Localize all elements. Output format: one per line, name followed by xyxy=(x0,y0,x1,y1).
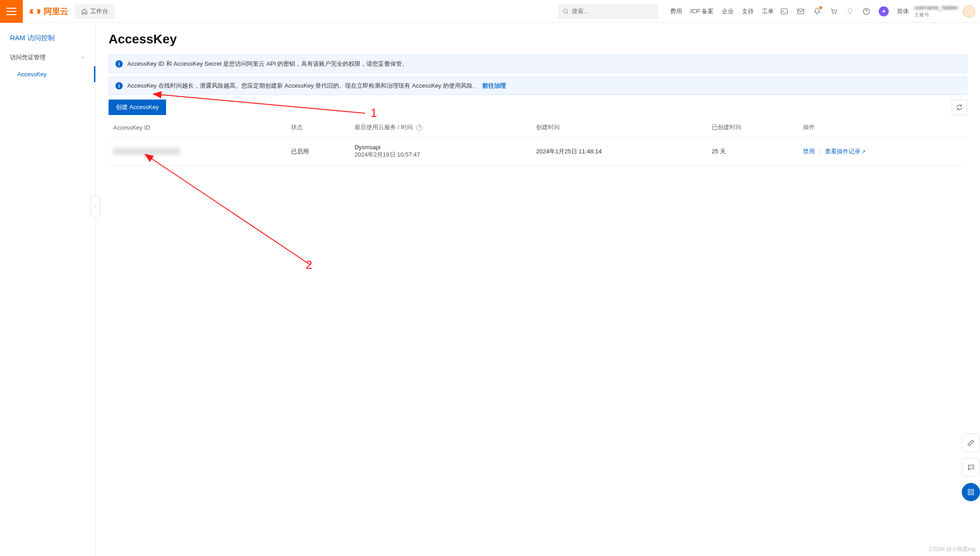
link-ticket[interactable]: 工单 xyxy=(762,7,774,16)
accesskey-id-masked: LTAIxxxxxxxxxxxqxxxxxN xyxy=(113,148,180,155)
account-name: username_hidden xyxy=(914,5,958,11)
link-support[interactable]: 支持 xyxy=(742,7,754,16)
cell-age: 25 天 xyxy=(707,137,798,166)
col-status: 状态 xyxy=(287,118,350,137)
pencil-icon xyxy=(967,439,975,447)
search-box[interactable] xyxy=(558,4,658,19)
topbar: 阿里云 工作台 费用 ICP 备案 企业 支持 工单 ✦ 简体 username… xyxy=(0,0,980,23)
op-disable[interactable]: 禁用 xyxy=(803,148,815,155)
sidebar-title[interactable]: RAM 访问控制 xyxy=(0,29,95,49)
table-row: LTAIxxxxxxxxxxxqxxxxxN 已启用 Dysmsapi 2024… xyxy=(109,137,967,166)
info-icon: i xyxy=(115,82,123,89)
op-view-log-label: 查看操作记录 xyxy=(825,148,860,155)
col-last-label: 最后使用云服务 / 时间 xyxy=(354,124,413,131)
top-links: 费用 ICP 备案 企业 支持 工单 xyxy=(670,7,774,16)
message-icon[interactable] xyxy=(797,7,805,16)
top-icon-tray: ✦ 简体 xyxy=(780,6,909,16)
annotation-arrow-2 xyxy=(141,151,324,269)
float-actions xyxy=(962,434,980,501)
avatar[interactable] xyxy=(963,5,975,18)
chevron-up-icon xyxy=(80,55,85,60)
refresh-button[interactable] xyxy=(952,100,967,115)
col-created: 创建时间 xyxy=(532,118,707,137)
sidebar-group-credentials[interactable]: 访问凭证管理 xyxy=(0,49,95,66)
bell-icon[interactable] xyxy=(813,7,821,16)
svg-point-5 xyxy=(835,13,836,14)
cell-ops: 禁用 | 查看操作记录↗ xyxy=(798,137,967,166)
cell-last-service: Dysmsapi xyxy=(354,144,527,151)
workspace-button[interactable]: 工作台 xyxy=(75,4,115,19)
home-icon xyxy=(81,8,88,15)
brand-logo[interactable]: 阿里云 xyxy=(29,5,68,17)
cell-status: 已启用 xyxy=(287,137,350,166)
cart-icon[interactable] xyxy=(829,7,838,16)
svg-point-9 xyxy=(970,467,970,467)
search-input[interactable] xyxy=(572,8,654,15)
col-ops: 操作 xyxy=(798,118,967,137)
sidebar-collapse-handle[interactable] xyxy=(90,196,100,216)
op-view-log[interactable]: 查看操作记录↗ xyxy=(825,148,865,155)
svg-line-1 xyxy=(567,12,568,14)
svg-rect-12 xyxy=(968,489,970,492)
external-link-icon: ↗ xyxy=(861,149,865,154)
search-icon xyxy=(563,8,569,15)
alert-keep-safe: i AccessKey ID 和 AccessKey Secret 是您访问阿里… xyxy=(109,55,967,73)
svg-rect-15 xyxy=(972,493,974,495)
workspace-label: 工作台 xyxy=(90,7,108,16)
brand-text: 阿里云 xyxy=(44,6,68,17)
link-enterprise[interactable]: 企业 xyxy=(722,7,734,16)
link-fee[interactable]: 费用 xyxy=(670,7,682,16)
cloudshell-icon[interactable] xyxy=(780,7,788,16)
create-accesskey-button[interactable]: 创建 AccessKey xyxy=(109,100,166,115)
edit-float-button[interactable] xyxy=(962,434,980,452)
apps-float-button[interactable] xyxy=(962,483,980,501)
svg-rect-3 xyxy=(798,9,804,14)
alert-text-2: AccessKey 在线时间越长，泄露风险越高。您应定期创建新 AccessKe… xyxy=(127,82,479,89)
sidebar-item-accesskey[interactable]: AccessKey xyxy=(0,66,95,82)
col-id: AccessKey ID xyxy=(109,118,287,137)
grid-icon xyxy=(967,488,975,496)
link-icp[interactable]: ICP 备案 xyxy=(690,7,714,16)
watermark: CSDN @小狗蛋ing xyxy=(929,546,975,553)
svg-rect-13 xyxy=(972,489,974,492)
cell-created: 2024年1月25日 11:48:14 xyxy=(532,137,707,166)
sidebar: RAM 访问控制 访问凭证管理 AccessKey xyxy=(0,23,96,556)
col-last: 最后使用云服务 / 时间 ? xyxy=(350,118,532,137)
refresh-icon xyxy=(956,104,963,111)
cell-last: Dysmsapi 2024年2月19日 10:57:47 xyxy=(350,137,532,166)
account-type: 主账号 xyxy=(914,11,958,18)
accesskey-table: AccessKey ID 状态 最后使用云服务 / 时间 ? 创建时间 已创建时… xyxy=(109,118,967,166)
menu-icon[interactable] xyxy=(0,0,23,23)
main-content: AccessKey i AccessKey ID 和 AccessKey Sec… xyxy=(96,23,980,556)
chevron-left-icon xyxy=(93,204,98,209)
svg-line-8 xyxy=(145,154,310,265)
svg-rect-2 xyxy=(781,9,787,14)
feedback-float-button[interactable] xyxy=(962,458,980,477)
sidebar-group-label: 访问凭证管理 xyxy=(10,53,46,62)
svg-point-11 xyxy=(972,467,973,467)
assist-icon[interactable]: ✦ xyxy=(879,6,889,16)
alert-text-1: AccessKey ID 和 AccessKey Secret 是您访问阿里云 … xyxy=(127,60,408,68)
annotation-label-2: 2 xyxy=(306,258,312,272)
chat-icon xyxy=(967,463,975,472)
account-area[interactable]: username_hidden 主账号 xyxy=(914,5,975,18)
lang-switch[interactable]: 简体 xyxy=(897,7,909,16)
svg-point-0 xyxy=(563,9,567,12)
page-title: AccessKey xyxy=(109,32,967,47)
info-icon: i xyxy=(115,60,123,68)
cell-last-time: 2024年2月19日 10:57:47 xyxy=(354,151,527,159)
bulb-icon[interactable] xyxy=(846,7,854,16)
col-age: 已创建时间 xyxy=(707,118,798,137)
help-icon[interactable] xyxy=(862,7,871,16)
alert-rotate: i AccessKey 在线时间越长，泄露风险越高。您应定期创建新 Access… xyxy=(109,77,967,95)
svg-point-10 xyxy=(970,467,971,467)
svg-rect-14 xyxy=(968,493,970,495)
alert-link-govern[interactable]: 前往治理 xyxy=(482,82,506,89)
svg-point-4 xyxy=(832,13,833,14)
help-tooltip-icon[interactable]: ? xyxy=(416,125,422,131)
